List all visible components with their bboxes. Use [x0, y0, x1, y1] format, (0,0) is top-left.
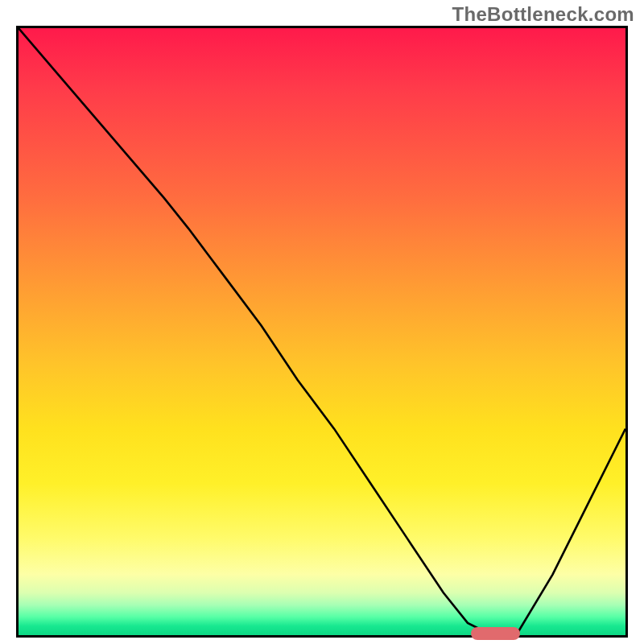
optimal-marker: [471, 627, 520, 640]
bottleneck-curve: [19, 28, 625, 635]
watermark-text: TheBottleneck.com: [452, 3, 634, 26]
curve-svg: [19, 28, 625, 635]
plot-area: [16, 26, 628, 638]
